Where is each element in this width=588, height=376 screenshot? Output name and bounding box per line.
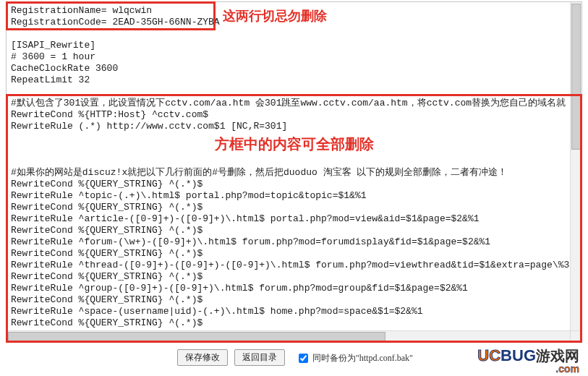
backup-label: 同时备份为"httpd.conf.bak": [312, 353, 413, 363]
code-line: RewriteRule ^forum-(\w+)-([0-9]+)\.html$…: [7, 236, 566, 248]
code-line: [7, 28, 566, 40]
scrollbar-corner: [570, 330, 581, 342]
code-line: RewriteRule ^article-([0-9]+)-([0-9]+)\.…: [7, 213, 566, 225]
vertical-scrollbar[interactable]: [570, 2, 581, 331]
horizontal-scrollbar[interactable]: [7, 330, 571, 342]
code-line: RewriteRule (.*) http://www.cctv.com$1 […: [7, 121, 566, 132]
watermark-logo: UCBUG游戏网 .com: [477, 346, 579, 375]
code-line: RepeatLimit 32: [7, 74, 566, 86]
vertical-scrollbar-thumb[interactable]: [571, 4, 581, 150]
code-line: RewriteCond %{QUERY_STRING} ^(.*)$: [7, 294, 566, 306]
config-editor[interactable]: RegistrationName= wlqcwinRegistrationCod…: [6, 1, 582, 343]
code-line: RewriteCond %{QUERY_STRING} ^(.*)$: [7, 271, 566, 283]
code-line: RewriteCond %{QUERY_STRING} ^(.*)$: [7, 225, 566, 236]
code-line: RewriteCond %{QUERY_STRING} ^(.*)$: [7, 179, 566, 190]
code-line: RewriteCond %{QUERY_STRING} ^(.*)$: [7, 248, 566, 260]
horizontal-scrollbar-thumb[interactable]: [8, 332, 385, 341]
back-button[interactable]: 返回目录: [234, 349, 285, 366]
code-line: CacheClockRate 3600: [7, 63, 566, 74]
code-line: RewriteRule ^space-(username|uid)-(.+)\.…: [7, 306, 566, 317]
save-button[interactable]: 保存修改: [177, 349, 228, 366]
code-line: RewriteRule ^thread-([0-9]+)-([0-9]+)-([…: [7, 260, 566, 271]
backup-checkbox[interactable]: [299, 354, 308, 363]
annotation-label-middle: 方框中的内容可全部删除: [0, 134, 588, 154]
annotation-label-top: 这两行切忌勿删除: [223, 7, 327, 25]
code-line: #如果你的网站是discuz!x就把以下几行前面的#号删除，然后把duoduo …: [7, 167, 566, 179]
code-line: [7, 86, 566, 98]
code-line: RewriteRule ^topic-(.+)\.html$ portal.ph…: [7, 190, 566, 202]
code-line: # 3600 = 1 hour: [7, 51, 566, 63]
code-line: RewriteRule ^group-([0-9]+)-([0-9]+)\.ht…: [7, 283, 566, 294]
code-line: RewriteCond %{HTTP:Host} ^cctv.com$: [7, 109, 566, 121]
code-line: RewriteCond %{QUERY_STRING} ^(.*)$: [7, 202, 566, 213]
code-line: RewriteCond %{QUERY_STRING} ^(.*)$: [7, 317, 566, 329]
code-line: #默认包含了301设置，此设置情况下cctv.com/aa.htm 会301跳至…: [7, 98, 566, 109]
code-line: [7, 155, 566, 167]
code-line: [ISAPI_Rewrite]: [7, 40, 566, 51]
